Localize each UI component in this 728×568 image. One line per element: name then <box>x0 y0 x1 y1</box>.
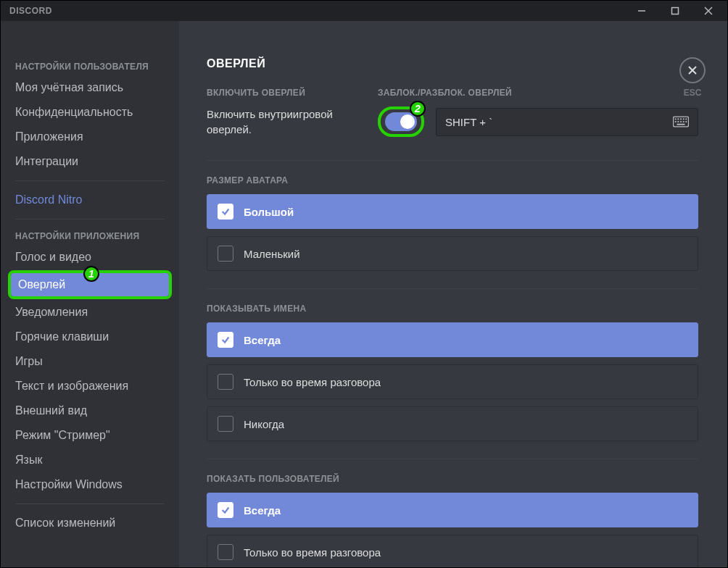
close-button[interactable] <box>698 3 719 19</box>
sidebar-item-integrations[interactable]: Интеграции <box>8 150 172 173</box>
sidebar-item-notifications[interactable]: Уведомления <box>8 301 172 324</box>
sidebar-item-keybinds[interactable]: Горячие клавиши <box>8 325 172 348</box>
option-label: Никогда <box>244 418 284 430</box>
sidebar-item-appearance[interactable]: Внешний вид <box>8 399 172 422</box>
toggle-knob <box>400 114 415 129</box>
svg-rect-10 <box>683 118 684 120</box>
avatar-option-small[interactable]: Маленький <box>207 236 698 271</box>
divider <box>15 504 165 504</box>
minimize-button[interactable] <box>632 3 652 19</box>
sidebar-item-streamer[interactable]: Режим "Стример" <box>8 424 172 447</box>
divider <box>207 160 698 161</box>
names-option-always[interactable]: Всегда <box>207 322 698 357</box>
overlay-highlight: Оверлей 1 <box>8 270 172 299</box>
svg-rect-9 <box>680 118 682 120</box>
sidebar-item-privacy[interactable]: Конфиденциальность <box>8 101 172 124</box>
checkbox-icon <box>218 416 233 432</box>
keybind-value: SHIFT + ` <box>445 116 492 128</box>
checkbox-icon <box>218 246 233 262</box>
option-label: Большой <box>244 206 294 218</box>
esc-label: ESC <box>684 88 702 98</box>
keyboard-icon <box>673 116 689 128</box>
toggle-highlight: 2 <box>378 106 424 137</box>
option-label: Всегда <box>244 504 281 517</box>
sidebar-header-app: НАСТРОЙКИ ПРИЛОЖЕНИЯ <box>8 227 172 246</box>
annotation-badge-1: 1 <box>83 266 99 282</box>
sidebar-item-windows[interactable]: Настройки Windows <box>8 473 172 496</box>
close-settings-button[interactable] <box>679 57 706 83</box>
svg-rect-14 <box>680 121 682 122</box>
show-users-section: ПОКАЗАТЬ ПОЛЬЗОВАТЕЛЕЙ Всегда Только во … <box>207 474 698 567</box>
show-names-label: ПОКАЗЫВАТЬ ИМЕНА <box>207 304 698 314</box>
enable-overlay-desc: Включить внутриигровой оверлей. <box>207 106 363 137</box>
page-title: ОВЕРЛЕЙ <box>207 57 698 70</box>
users-option-always[interactable]: Всегда <box>207 493 698 527</box>
lock-overlay-label: ЗАБЛОК./РАЗБЛОК. ОВЕРЛЕЙ <box>378 88 698 98</box>
esc-button-group: ESC <box>679 57 706 98</box>
svg-rect-8 <box>677 118 679 120</box>
sidebar-header-user: НАСТРОЙКИ ПОЛЬЗОВАТЕЛЯ <box>8 57 172 76</box>
names-option-talking[interactable]: Только во время разговора <box>207 364 698 399</box>
svg-rect-7 <box>675 118 677 120</box>
main-content: ESC ОВЕРЛЕЙ ВКЛЮЧИТЬ ОВЕРЛЕЙ Включить вн… <box>179 21 727 567</box>
checkbox-icon <box>218 502 233 518</box>
checkbox-icon <box>218 544 233 560</box>
sidebar: НАСТРОЙКИ ПОЛЬЗОВАТЕЛЯ Моя учётная запис… <box>1 21 179 567</box>
close-icon <box>687 64 698 76</box>
maximize-button[interactable] <box>665 3 685 19</box>
svg-rect-15 <box>683 121 684 122</box>
users-option-talking[interactable]: Только во время разговора <box>207 535 698 567</box>
avatar-size-label: РАЗМЕР АВАТАРА <box>207 175 698 185</box>
enable-overlay-label: ВКЛЮЧИТЬ ОВЕРЛЕЙ <box>207 88 363 98</box>
show-names-section: ПОКАЗЫВАТЬ ИМЕНА Всегда Только во время … <box>207 304 698 441</box>
app-title: DISCORD <box>9 6 52 16</box>
svg-rect-17 <box>677 124 685 125</box>
checkbox-icon <box>218 374 233 390</box>
option-label: Только во время разговора <box>244 376 381 388</box>
show-users-label: ПОКАЗАТЬ ПОЛЬЗОВАТЕЛЕЙ <box>207 474 698 484</box>
sidebar-item-changelog[interactable]: Список изменений <box>8 511 172 535</box>
window-frame: DISCORD НАСТРОЙКИ ПОЛЬЗОВАТЕЛЯ Моя учётн… <box>0 0 728 568</box>
overlay-toggle-row: ВКЛЮЧИТЬ ОВЕРЛЕЙ Включить внутриигровой … <box>207 88 698 137</box>
avatar-size-section: РАЗМЕР АВАТАРА Большой Маленький <box>207 175 698 271</box>
titlebar: DISCORD <box>1 1 727 21</box>
divider <box>207 459 698 459</box>
checkbox-icon <box>218 332 233 348</box>
sidebar-item-games[interactable]: Игры <box>8 350 172 373</box>
enable-overlay-toggle[interactable] <box>385 112 417 131</box>
app-body: НАСТРОЙКИ ПОЛЬЗОВАТЕЛЯ Моя учётная запис… <box>1 21 727 567</box>
svg-rect-1 <box>672 8 679 14</box>
window-controls <box>632 3 719 19</box>
annotation-badge-2: 2 <box>410 101 426 117</box>
svg-rect-13 <box>677 121 679 122</box>
sidebar-item-language[interactable]: Язык <box>8 448 172 472</box>
svg-rect-12 <box>675 121 677 122</box>
svg-rect-16 <box>685 121 687 122</box>
sidebar-item-apps[interactable]: Приложения <box>8 125 172 149</box>
sidebar-item-account[interactable]: Моя учётная запись <box>8 76 172 99</box>
divider <box>15 219 165 220</box>
checkbox-icon <box>218 204 233 220</box>
option-label: Только во время разговора <box>244 546 381 559</box>
svg-rect-11 <box>685 118 687 120</box>
option-label: Маленький <box>244 248 300 260</box>
sidebar-item-text[interactable]: Текст и изображения <box>8 375 172 398</box>
names-option-never[interactable]: Никогда <box>207 406 698 441</box>
keybind-input[interactable]: SHIFT + ` <box>436 108 698 136</box>
avatar-option-large[interactable]: Большой <box>207 194 698 229</box>
divider <box>15 180 165 181</box>
divider <box>207 288 698 289</box>
option-label: Всегда <box>244 334 281 346</box>
sidebar-item-nitro[interactable]: Discord Nitro <box>8 188 172 212</box>
